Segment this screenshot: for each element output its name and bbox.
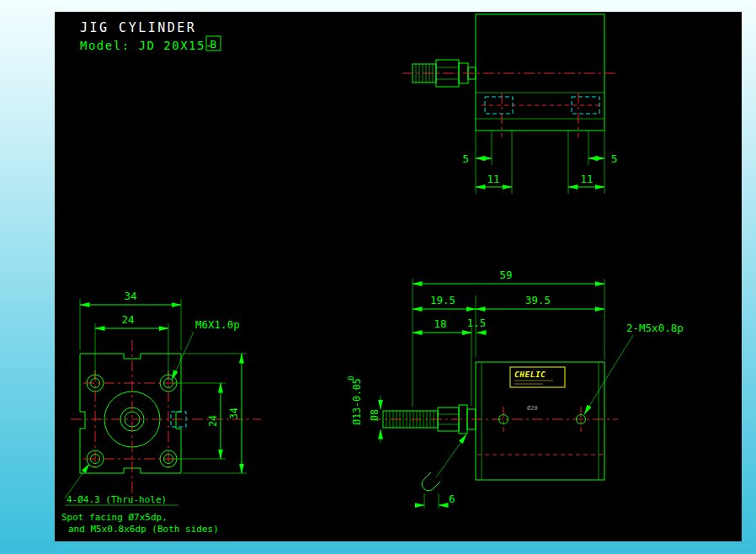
- dim-front-34-top: 34: [124, 290, 136, 302]
- dim-top-5-right: 5: [611, 152, 618, 165]
- dim-front-24-top: 24: [121, 313, 134, 326]
- model-option: B: [210, 38, 217, 51]
- leader-wrench: [436, 434, 466, 477]
- dim-side-39-5: 39.5: [525, 294, 551, 306]
- dim-side-19-5: 19.5: [430, 294, 455, 306]
- dim-side-1-5: 1.5: [467, 317, 487, 329]
- label-corner-thread: M6X1.0p: [195, 318, 240, 331]
- label-rod-dia: Ø13-0.05: [351, 378, 363, 424]
- dim-front-34-right: 34: [228, 408, 240, 419]
- nameplate-brand: CHELIC: [514, 370, 546, 379]
- leader-ports: [584, 335, 633, 414]
- note-spot-facing: Spot facing Ø7x5dp,: [61, 512, 168, 523]
- drawing-title: JIG CYLINDER: [80, 20, 196, 35]
- model-label: Model: JD 20X15-: [80, 39, 214, 52]
- label-thread-dia: Ø8: [369, 409, 381, 421]
- cad-drawing-canvas[interactable]: JIG CYLINDER Model: JD 20X15- B 5 5 11 1…: [55, 12, 742, 541]
- dim-front-24-right: 24: [207, 415, 219, 427]
- label-bore: Ø20: [527, 405, 538, 412]
- note-tap: and M5x0.8x6dp (Both sides): [68, 524, 219, 535]
- desktop-background: { "title": { "product": "JIG CYLINDER", …: [0, 0, 756, 554]
- label-rod-tol-upper: 0: [347, 376, 355, 380]
- title-block: JIG CYLINDER Model: JD 20X15- B: [80, 20, 221, 52]
- cad-drawing: JIG CYLINDER Model: JD 20X15- B 5 5 11 1…: [55, 12, 742, 541]
- label-ports: 2-M5x0.8p: [626, 322, 684, 334]
- top-view-body-outline: [476, 14, 604, 131]
- note-thru-hole: 4-Ø4.3 (Thru-hole): [67, 494, 167, 505]
- dim-side-59: 59: [499, 269, 512, 281]
- leader-corner-thread: [172, 332, 194, 380]
- dim-top-11-right: 11: [580, 173, 593, 185]
- leader-thru-hole: [65, 464, 89, 498]
- dim-side-6: 6: [449, 493, 455, 505]
- top-view: 5 5 11 11: [402, 14, 618, 194]
- dim-top-11-left: 11: [487, 173, 499, 185]
- side-view: CHELIC Ø20 59 19.5 39.5 18 1.5 2-M5x0.8p: [347, 269, 684, 509]
- dim-top-5-left: 5: [462, 152, 469, 165]
- front-view-corner-holes: [87, 375, 177, 467]
- nameplate: CHELIC: [510, 367, 565, 387]
- dim-side-18: 18: [434, 317, 446, 330]
- front-view: 34 24 24 34 M6X1.0p 4-Ø4.3 (Thru-hole) S…: [61, 290, 261, 535]
